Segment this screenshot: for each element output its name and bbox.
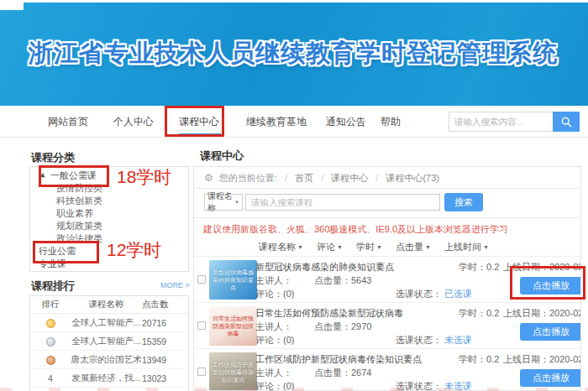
sort-arrow-icon: ▼	[425, 244, 431, 250]
course-hours: 学时：0.2	[459, 261, 499, 274]
silver-medal-icon	[46, 337, 55, 347]
search-field-select[interactable]: 课程名称 ▼	[204, 194, 243, 211]
course-status: 选课状态： 已选课	[396, 288, 472, 300]
nav-item-home[interactable]: 网站首页	[48, 115, 88, 129]
page: 浙江省专业技术人员继续教育学时登记管理系统 网站首页 个人中心 课程中心 继续教…	[0, 0, 588, 391]
course-center-panel: ⚙ 您的当前位置: 首页 课程中心 课程中心(73) 课程名称 ▼ 搜索 建议使…	[193, 166, 581, 391]
course-search-row: 课程名称 ▼ 搜索	[194, 189, 580, 217]
course-clicks: 点击量：5643	[314, 274, 371, 287]
breadcrumb-prefix: 您的当前位置:	[219, 173, 277, 183]
breadcrumb-separator	[285, 173, 287, 183]
breadcrumb-course-center[interactable]: 课程中心	[331, 173, 368, 183]
course-thumbnail[interactable]: 新型冠状病毒感染的肺炎知识要点	[209, 260, 257, 300]
sort-by-date[interactable]: 上线时间▼	[444, 242, 489, 252]
category-industry-public[interactable]: 行业公需	[30, 245, 188, 258]
course-status-link[interactable]: 已选课	[444, 289, 472, 299]
site-search-input[interactable]	[449, 112, 553, 132]
course-title[interactable]: 新型冠状病毒感染的肺炎知识要点	[255, 261, 394, 274]
nav-item-course-center[interactable]: 课程中心	[179, 115, 219, 129]
course-search-input[interactable]	[245, 194, 440, 211]
sort-arrow-icon: ▼	[297, 244, 303, 250]
sort-arrow-icon: ▼	[337, 244, 343, 250]
course-lecturer-label: 主讲人：	[255, 274, 292, 287]
sort-arrow-icon: ▼	[376, 244, 382, 250]
category-profession[interactable]: 职业素养	[30, 207, 188, 220]
category-policy[interactable]: 规划政策类	[30, 220, 188, 232]
category-epidemic[interactable]: 疫情防控类	[30, 182, 188, 195]
sort-by-name[interactable]: 课程名称▼	[259, 242, 303, 252]
breadcrumb: ⚙ 您的当前位置: 首页 课程中心 课程中心(73)	[194, 167, 580, 189]
nav-item-personal[interactable]: 个人中心	[113, 115, 154, 129]
site-banner: 浙江省专业技术人员继续教育学时登记管理系统	[0, 0, 588, 106]
category-professional-course[interactable]: 专业课	[30, 258, 188, 270]
gold-medal-icon	[46, 319, 55, 328]
course-status: 选课状态： 未选课	[396, 334, 472, 347]
course-thumbnail[interactable]: 日常生活如何预防感染新型冠状病毒	[209, 306, 257, 346]
category-general-public[interactable]: 一般公需课	[30, 169, 188, 182]
course-title[interactable]: 日常生活如何预防感染新型冠状病毒	[255, 307, 403, 320]
expand-triangle-icon	[40, 173, 47, 180]
site-search-button[interactable]	[553, 112, 580, 132]
ranking-col-clicks: 点击数	[142, 299, 188, 310]
ranking-col-name: 课程名称	[71, 299, 142, 310]
ranking-header-row: 排行 课程名称 点击数	[30, 296, 188, 314]
sort-by-hours[interactable]: 学时▼	[356, 242, 382, 252]
nav-item-notice[interactable]: 通知公告	[326, 115, 366, 129]
ranking-row[interactable]: 全球人工智能产... 15359	[30, 332, 188, 351]
ranking-more-link[interactable]: MORE >	[160, 281, 190, 289]
course-hours: 学时：0.2	[459, 307, 499, 320]
screenshot-corner-artifact	[0, 0, 24, 10]
course-hours: 学时：0.2	[459, 353, 499, 366]
sort-by-comments[interactable]: 评论▼	[317, 242, 343, 252]
bronze-medal-icon	[46, 356, 55, 365]
course-checkbox[interactable]	[197, 368, 206, 376]
ranking-row[interactable]: 4 发展新经济，找... 13023	[30, 369, 188, 388]
sort-by-clicks[interactable]: 点击量▼	[396, 242, 431, 252]
site-title: 浙江省专业技术人员继续教育学时登记管理系统	[29, 37, 588, 70]
course-comments: 评论：(0)	[255, 288, 294, 300]
sort-arrow-icon: ▼	[483, 244, 489, 250]
course-clicks: 点击量：2674	[314, 367, 371, 379]
sort-bar: 课程名称▼ 评论▼ 学时▼ 点击量▼ 上线时间▼	[194, 239, 580, 256]
nav-item-help[interactable]: 帮助	[381, 115, 401, 129]
ranking-col-rank: 排行	[30, 299, 71, 310]
course-checkbox[interactable]	[197, 275, 206, 284]
play-button[interactable]: 点击播放	[520, 369, 581, 387]
course-lecturer-label: 主讲人：	[255, 321, 292, 333]
browser-notice: 建议使用新版谷歌、火狐、360极速模式、IE9.0及以上版本浏览器进行学习	[194, 218, 580, 239]
ranking-panel: 排行 课程名称 点击数 全球人工智能产... 20716 全球人工智能产... …	[29, 295, 189, 391]
chevron-down-icon: ▼	[234, 200, 239, 205]
course-clicks: 点击量：2970	[314, 321, 371, 333]
screenshot-edge-artifact	[0, 388, 588, 391]
search-icon	[561, 117, 572, 128]
course-list-item: 新型冠状病毒感染的肺炎知识要点 新型冠状病毒感染的肺炎知识要点 主讲人： 点击量…	[194, 256, 580, 302]
category-panel: 一般公需课 疫情防控类 科技创新类 职业素养 规划政策类 政治法律类 行业公需 …	[29, 166, 189, 272]
course-list-item: 工作区域防护新型冠状病毒传染知识要点 工作区域防护新型冠状病毒传染知识要点 主讲…	[194, 348, 580, 391]
breadcrumb-separator	[375, 173, 378, 183]
course-status-link[interactable]: 未选课	[444, 335, 472, 345]
category-politics-law[interactable]: 政治法律类	[30, 232, 188, 245]
category-tech[interactable]: 科技创新类	[30, 195, 188, 207]
course-date: 上线日期：2020-02-21	[503, 261, 581, 274]
course-search-button[interactable]: 搜索	[444, 193, 483, 211]
active-tab-underline	[179, 133, 221, 135]
category-panel-title: 课程分类	[31, 150, 75, 165]
course-list-item: 日常生活如何预防感染新型冠状病毒 日常生活如何预防感染新型冠状病毒 主讲人： 点…	[194, 302, 580, 348]
ranking-row[interactable]: 全球人工智能产... 20716	[30, 314, 188, 332]
course-lecturer-label: 主讲人：	[255, 367, 292, 379]
breadcrumb-home[interactable]: 首页	[295, 173, 313, 183]
breadcrumb-current: 课程中心(73)	[386, 173, 439, 183]
ranking-panel-title: 课程排行	[31, 279, 75, 294]
course-comments: 评论：(0)	[255, 334, 294, 347]
course-checkbox[interactable]	[197, 321, 206, 330]
main-navbar: 网站首页 个人中心 课程中心 继续教育基地 通知公告 帮助	[0, 106, 588, 138]
nav-item-edu-base[interactable]: 继续教育基地	[246, 115, 307, 129]
course-thumbnail[interactable]: 工作区域防护新型冠状病毒传染知识要点	[209, 352, 257, 391]
breadcrumb-separator	[321, 173, 323, 183]
course-title[interactable]: 工作区域防护新型冠状病毒传染知识要点	[255, 353, 422, 366]
ranking-row[interactable]: 唐太宗的治国艺术 13949	[30, 351, 188, 369]
play-button[interactable]: 点击播放	[520, 277, 581, 295]
play-button[interactable]: 点击播放	[520, 323, 581, 341]
course-date: 上线日期：2020-02-21	[503, 353, 581, 366]
gear-icon: ⚙	[204, 172, 213, 184]
